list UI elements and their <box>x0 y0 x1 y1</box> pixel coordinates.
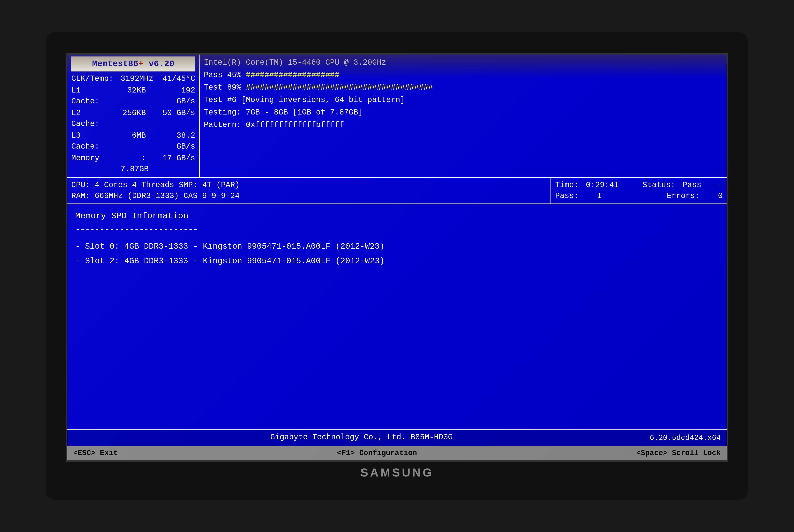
l2-speed: 50 GB/s <box>160 108 195 130</box>
test-number-row: Test #6 [Moving inversions, 64 bit patte… <box>204 94 723 106</box>
screen: Memtest86+ v6.20 CLK/Temp: 3192MHz 41/45… <box>66 53 728 462</box>
spd-slot0: - Slot 0: 4GB DDR3-1333 - Kingston 99054… <box>75 239 719 254</box>
title-bar: Memtest86+ v6.20 <box>71 56 195 72</box>
cpu-line2: RAM: 666MHz (DDR3-1333) CAS 9-9-9-24 <box>71 191 547 202</box>
mem-value: : 7.87GB <box>120 153 146 175</box>
mem-row: Memory : 7.87GB 17 GB/s <box>71 152 195 175</box>
l2-label: L2 Cache: <box>71 108 106 130</box>
spd-content: Memory SPD Information -----------------… <box>68 204 726 429</box>
cpu-info: Intel(R) Core(TM) i5-4460 CPU @ 3.20GHz <box>204 56 723 69</box>
space-key: <Space> <box>637 449 667 457</box>
clk-temp: 41/45°C <box>160 73 195 84</box>
cpu-line1: CPU: 4 Cores 4 Threads SMP: 4T (PAR) <box>71 180 547 191</box>
app-version: v6.20 <box>144 59 174 69</box>
bottom-bar: Gigabyte Technology Co., Ltd. B85M-HD3G … <box>68 429 726 446</box>
time-row: Time: 0:29:41 Status: Pass - <box>555 180 723 191</box>
l1-speed: 192 GB/s <box>160 85 195 107</box>
errors-value: 0 <box>718 191 723 202</box>
l3-row: L3 Cache: 6MB 38.2 GB/s <box>71 130 195 152</box>
clk-value: 3192MHz <box>120 73 146 84</box>
f1-key: <F1> <box>337 449 355 457</box>
pass-row: Pass 45% #################### <box>204 69 723 81</box>
monitor: Memtest86+ v6.20 CLK/Temp: 3192MHz 41/45… <box>46 32 748 500</box>
errors-label: Errors: <box>667 191 700 202</box>
motherboard-info: Gigabyte Technology Co., Ltd. B85M-HD3G <box>73 432 650 443</box>
time-value: 0:29:41 <box>586 180 619 191</box>
l1-row: L1 Cache: 32KB 192 GB/s <box>71 85 195 107</box>
memtest-screen: Memtest86+ v6.20 CLK/Temp: 3192MHz 41/45… <box>68 55 726 460</box>
mem-speed: 17 GB/s <box>160 153 195 175</box>
pass-errors-row: Pass: 1 Errors: 0 <box>555 191 723 202</box>
footer-esc: <ESC> Exit <box>73 448 118 458</box>
l3-label: L3 Cache: <box>71 130 106 152</box>
footer-space: <Space> Scroll Lock <box>637 448 721 458</box>
l3-speed: 38.2 GB/s <box>160 130 195 152</box>
test-hashes: ######################################## <box>246 83 433 92</box>
app-plus: + <box>138 59 144 69</box>
testing-range-row: Testing: 7GB - 8GB [1GB of 7.87GB] <box>204 106 723 119</box>
left-panel: Memtest86+ v6.20 CLK/Temp: 3192MHz 41/45… <box>68 55 200 177</box>
l1-value: 32KB <box>120 85 146 107</box>
pattern-row: Pattern: 0xfffffffffffffbfffff <box>204 119 723 131</box>
right-panel: Intel(R) Core(TM) i5-4460 CPU @ 3.20GHz … <box>200 55 726 177</box>
mem-label: Memory <box>71 153 106 175</box>
middle-section: CPU: 4 Cores 4 Threads SMP: 4T (PAR) RAM… <box>68 178 726 204</box>
space-action: Scroll Lock <box>672 449 721 457</box>
status-label: Status: <box>643 180 675 191</box>
pass-label: Pass: <box>555 191 579 202</box>
top-section: Memtest86+ v6.20 CLK/Temp: 3192MHz 41/45… <box>68 55 726 178</box>
spd-slot2: - Slot 2: 4GB DDR3-1333 - Kingston 99054… <box>75 254 719 268</box>
version-display: 6.20.5dcd424.x64 <box>650 433 721 443</box>
footer-f1: <F1> Configuration <box>337 448 417 458</box>
timing-panel: Time: 0:29:41 Status: Pass - Pass: 1 Err… <box>551 178 726 204</box>
test-desc: [Moving inversions, 64 bit pattern] <box>241 96 405 104</box>
spd-title: Memory SPD Information <box>75 210 719 222</box>
test-number: Test #6 <box>204 96 237 104</box>
clk-row: CLK/Temp: 3192MHz 41/45°C <box>71 73 195 85</box>
l2-row: L2 Cache: 256KB 50 GB/s <box>71 107 195 130</box>
esc-action: Exit <box>100 449 118 457</box>
test-percent: Test 89% <box>204 83 241 92</box>
app-name: Memtest86 <box>92 59 138 69</box>
status-value: Pass <box>683 180 701 191</box>
cpu-panel: CPU: 4 Cores 4 Threads SMP: 4T (PAR) RAM… <box>68 178 551 204</box>
footer-bar: <ESC> Exit <F1> Configuration <Space> Sc… <box>68 446 726 460</box>
l2-value: 256KB <box>120 108 146 130</box>
l1-label: L1 Cache: <box>71 85 106 107</box>
pass-percent: Pass 45% <box>204 71 241 79</box>
l3-value: 6MB <box>120 130 146 152</box>
esc-key: <ESC> <box>73 449 95 457</box>
pass-value: 1 <box>597 191 602 202</box>
f1-action: Configuration <box>359 449 417 457</box>
pass-hashes: #################### <box>246 71 339 79</box>
time-label: Time: <box>555 180 579 191</box>
clk-label: CLK/Temp: <box>71 73 106 84</box>
spd-divider: ------------------------- <box>75 224 719 235</box>
test-row: Test 89% ###############################… <box>204 81 723 94</box>
monitor-brand: SAMSUNG <box>360 466 434 479</box>
